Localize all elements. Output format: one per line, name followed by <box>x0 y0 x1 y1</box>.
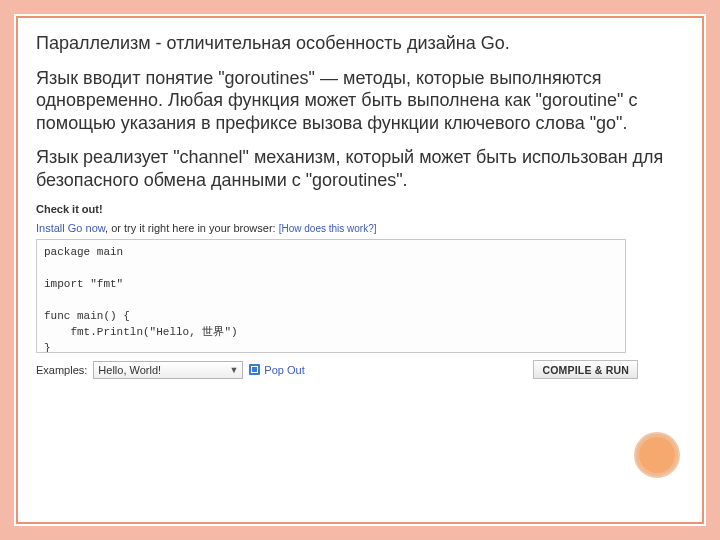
go-playground: Check it out! Install Go now, or try it … <box>36 203 684 379</box>
install-line: Install Go now, or try it right here in … <box>36 222 684 234</box>
slide-frame-outer: Параллелизм - отличительная особенность … <box>0 0 720 540</box>
examples-select[interactable]: Hello, World! ▼ <box>93 361 243 379</box>
playground-footer: Examples: Hello, World! ▼ Pop Out COMPIL… <box>36 360 684 379</box>
heading: Параллелизм - отличительная особенность … <box>36 32 684 55</box>
install-go-link[interactable]: Install Go now <box>36 222 105 234</box>
compile-run-button[interactable]: COMPILE & RUN <box>533 360 638 379</box>
popout-button[interactable]: Pop Out <box>249 364 304 376</box>
examples-label: Examples: <box>36 364 87 376</box>
install-rest: , or try it right here in your browser: <box>105 222 279 234</box>
how-does-this-work-link[interactable]: [How does this work?] <box>279 223 377 234</box>
playground-title: Check it out! <box>36 203 684 215</box>
popout-icon <box>249 364 260 375</box>
paragraph-1: Язык вводит понятие "goroutines" — метод… <box>36 67 684 135</box>
code-editor[interactable]: package main import "fmt" func main() { … <box>36 239 626 353</box>
popout-label: Pop Out <box>264 364 304 376</box>
slide-text: Параллелизм - отличительная особенность … <box>36 32 684 191</box>
decorative-circle <box>634 432 680 478</box>
paragraph-2: Язык реализует "channel" механизм, котор… <box>36 146 684 191</box>
slide-frame-inner: Параллелизм - отличительная особенность … <box>16 16 704 524</box>
selected-example: Hello, World! <box>98 364 161 376</box>
chevron-down-icon: ▼ <box>229 365 238 375</box>
